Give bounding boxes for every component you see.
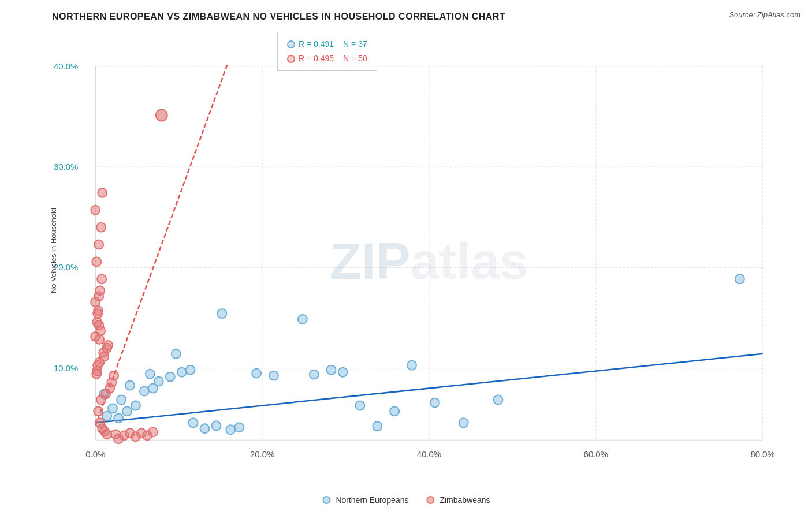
svg-point-79: [91, 206, 100, 215]
svg-point-51: [407, 361, 416, 370]
svg-point-78: [96, 223, 106, 232]
legend-r-blue: R = 0.491: [299, 37, 334, 51]
svg-point-102: [427, 497, 434, 503]
svg-point-50: [390, 406, 399, 416]
legend-row-pink: R = 0.495 N = 50: [287, 51, 367, 66]
svg-point-45: [310, 370, 319, 379]
legend-dot-blue: [287, 40, 295, 48]
legend-r-pink: R = 0.495: [299, 51, 334, 66]
svg-point-47: [338, 368, 348, 377]
legend-label-northern: Northern Europeans: [336, 495, 408, 505]
svg-point-26: [131, 401, 140, 410]
svg-point-80: [98, 188, 107, 197]
svg-point-33: [166, 372, 175, 382]
chart-svg: 40.0% 30.0% 20.0% 10.0% 0.0% 20.0% 40.0%…: [46, 32, 795, 469]
y-axis-label: No Vehicles in Household: [49, 207, 58, 293]
svg-point-40: [226, 425, 235, 434]
svg-point-36: [186, 365, 195, 375]
legend-item-blue: Northern Europeans: [322, 495, 408, 505]
svg-point-46: [327, 365, 336, 375]
chart-title: NORTHERN EUROPEAN VS ZIMBABWEAN NO VEHIC…: [46, 12, 777, 22]
svg-point-37: [189, 418, 198, 427]
svg-point-67: [109, 371, 118, 380]
legend-item-pink: Zimbabweans: [426, 495, 490, 505]
legend-n-blue: N = 37: [343, 37, 367, 51]
svg-point-94: [102, 344, 111, 353]
svg-point-77: [94, 240, 103, 249]
svg-point-52: [430, 398, 439, 407]
svg-point-44: [298, 315, 307, 324]
svg-point-101: [323, 497, 330, 503]
svg-point-91: [92, 370, 101, 379]
svg-point-29: [140, 387, 149, 396]
svg-point-49: [373, 421, 382, 431]
svg-point-35: [177, 368, 187, 377]
legend-icon-blue: [322, 495, 331, 505]
svg-text:0.0%: 0.0%: [85, 449, 105, 459]
legend-icon-pink: [426, 495, 435, 505]
svg-text:40.0%: 40.0%: [417, 449, 441, 459]
svg-point-48: [355, 401, 364, 410]
svg-point-27: [117, 395, 126, 405]
source-label: Source: ZipAtlas.com: [729, 10, 800, 19]
svg-point-32: [154, 377, 163, 386]
svg-text:30.0%: 30.0%: [54, 162, 78, 171]
svg-point-89: [148, 427, 158, 436]
svg-point-55: [735, 274, 744, 283]
svg-point-54: [493, 395, 502, 405]
svg-point-41: [234, 423, 244, 432]
legend-row-blue: R = 0.491 N = 37: [287, 37, 367, 51]
chart-container: NORTHERN EUROPEAN VS ZIMBABWEAN NO VEHIC…: [0, 0, 812, 515]
svg-point-92: [93, 361, 102, 370]
svg-point-56: [217, 309, 226, 318]
svg-text:80.0%: 80.0%: [750, 449, 774, 459]
plot-area: No Vehicles in Household 40.0% 30.0% 20.…: [46, 32, 795, 469]
svg-point-43: [269, 371, 278, 380]
svg-point-62: [94, 406, 103, 416]
svg-point-76: [92, 257, 101, 266]
svg-text:10.0%: 10.0%: [54, 363, 78, 373]
legend-box: R = 0.491 N = 37 R = 0.495 N = 50: [277, 32, 377, 71]
svg-text:40.0%: 40.0%: [54, 61, 78, 71]
svg-text:20.0%: 20.0%: [250, 449, 274, 459]
svg-point-57: [172, 349, 181, 359]
svg-point-53: [459, 418, 468, 427]
svg-point-34: [146, 370, 155, 379]
svg-point-90: [156, 109, 167, 121]
svg-point-24: [122, 406, 132, 416]
svg-point-39: [211, 421, 221, 430]
svg-point-93: [99, 352, 109, 361]
svg-point-31: [125, 381, 135, 390]
svg-point-97: [92, 318, 102, 327]
bottom-legend: Northern Europeans Zimbabweans: [322, 495, 490, 505]
svg-text:60.0%: 60.0%: [584, 449, 608, 459]
svg-point-96: [96, 326, 105, 335]
svg-point-100: [97, 274, 106, 283]
legend-dot-pink: [287, 55, 295, 63]
svg-text:ZIPatlas: ZIPatlas: [330, 232, 528, 290]
svg-point-23: [114, 413, 123, 423]
svg-point-99: [94, 292, 103, 301]
legend-n-pink: N = 50: [343, 51, 367, 66]
svg-point-38: [200, 424, 210, 433]
svg-point-42: [252, 369, 261, 378]
svg-point-95: [95, 335, 104, 344]
svg-point-98: [94, 306, 103, 315]
legend-label-zimbabweans: Zimbabweans: [439, 495, 490, 505]
svg-point-25: [108, 404, 117, 413]
svg-point-61: [102, 430, 111, 439]
